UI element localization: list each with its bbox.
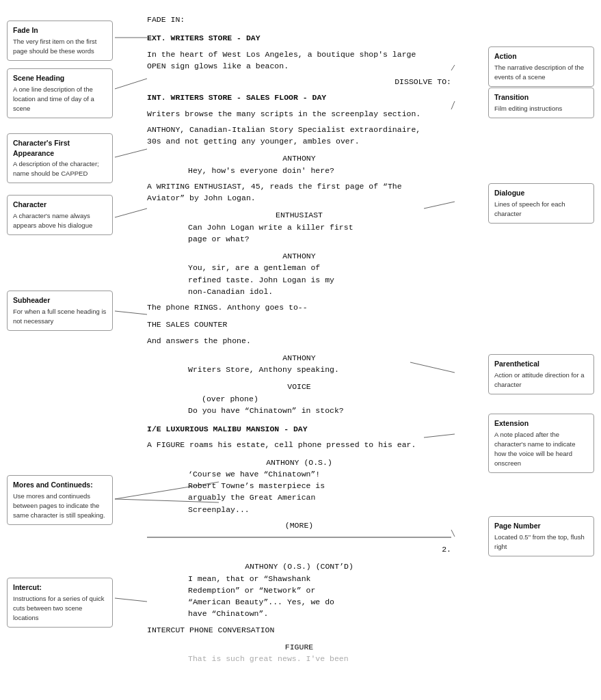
annotation-mores-title: Mores and Continueds: — [13, 480, 107, 490]
annotation-parenthetical-desc: Action or attitude direction for a chara… — [494, 371, 585, 388]
dialogue-8: That is such great news. I've been — [188, 653, 410, 664]
svg-line-4 — [451, 65, 455, 70]
annotation-subheader: Subheader For when a full scene heading … — [7, 291, 113, 331]
annotation-fade-in-title: Fade In — [13, 25, 107, 36]
annotation-dialogue: Dialogue Lines of speech for each charac… — [488, 183, 594, 224]
annotation-page-number-title: Page Number — [494, 521, 588, 531]
annotation-action: Action The narrative description of the … — [488, 46, 594, 87]
annotation-extension-title: Extension — [494, 418, 588, 429]
annotation-fade-in-desc: The very first item on the first page sh… — [13, 38, 96, 55]
annotation-transition-desc: Film editing instructions — [494, 105, 562, 112]
dialogue-2: Can John Logan write a killer firstpage … — [188, 221, 410, 245]
dialogue-1: Hey, how's everyone doin' here? — [188, 165, 410, 176]
annotation-mores-desc: Use mores and continueds between pages t… — [13, 492, 105, 519]
transition-1: DISSOLVE TO: — [147, 76, 451, 88]
action-2: Writers browse the many scripts in the s… — [147, 108, 451, 120]
page-number-2: 2. — [147, 543, 451, 555]
annotation-parenthetical-title: Parenthetical — [494, 359, 588, 369]
fade-in-text: FADE IN: — [147, 15, 185, 24]
svg-line-5 — [451, 101, 455, 109]
annotation-action-desc: The narrative description of the events … — [494, 64, 584, 81]
fade-in-line: FADE IN: — [147, 14, 451, 25]
character-anthony-3: ANTHONY — [147, 352, 451, 364]
annotation-scene-heading: Scene Heading A one line description of … — [7, 68, 113, 118]
scene-heading-1: EXT. WRITERS STORE - DAY — [147, 32, 451, 44]
screenplay: FADE IN: EXT. WRITERS STORE - DAY In the… — [147, 14, 451, 669]
annotation-intercut-title: Intercut: — [13, 582, 107, 593]
annotation-page-number: Page Number Located 0.5" from the top, f… — [488, 516, 594, 556]
character-anthony-1: ANTHONY — [147, 152, 451, 164]
dialogue-4: Writers Store, Anthony speaking. — [188, 364, 410, 375]
annotation-scene-heading-desc: A one line description of the location a… — [13, 85, 94, 112]
parenthetical-1: (over phone) — [202, 393, 397, 405]
page-break-divider — [147, 537, 451, 538]
annotation-mores: Mores and Continueds: Use mores and cont… — [7, 475, 113, 525]
action-figure-roams: A FIGURE roams his estate, cell phone pr… — [147, 439, 451, 450]
dialogue-3: You, sir, are a gentleman ofrefined tast… — [188, 262, 410, 297]
more-1: (MORE) — [147, 520, 451, 531]
svg-line-2 — [115, 149, 147, 157]
action-enthusiast-intro: A WRITING ENTHUSIAST, 45, reads the firs… — [147, 180, 451, 204]
intercut-1: INTERCUT PHONE CONVERSATION — [147, 624, 451, 636]
dialogue-7: I mean, that or “ShawshankRedemption” or… — [188, 573, 410, 620]
dialogue-6: ‘Course we have “Chinatown”!Robert Towne… — [188, 468, 410, 515]
annotation-scene-heading-title: Scene Heading — [13, 73, 107, 83]
svg-line-7 — [115, 311, 147, 314]
annotation-character: Character A character's name always appe… — [7, 195, 113, 235]
character-figure: FIGURE — [147, 641, 451, 653]
action-answers-phone: And answers the phone. — [147, 335, 451, 347]
subheader-sales-counter: THE SALES COUNTER — [147, 319, 451, 330]
annotation-character-desc: A character's name always appears above … — [13, 212, 92, 229]
dialogue-5: Do you have “Chinatown” in stock? — [188, 405, 410, 416]
svg-line-1 — [115, 79, 147, 89]
annotation-transition-title: Transition — [494, 92, 588, 103]
page-container: Fade In The very first item on the first… — [0, 0, 601, 700]
svg-line-12 — [451, 530, 455, 537]
annotation-intercut: Intercut: Instructions for a series of q… — [7, 578, 113, 628]
annotation-parenthetical: Parenthetical Action or attitude directi… — [488, 354, 594, 394]
annotation-dialogue-title: Dialogue — [494, 188, 588, 198]
scene-heading-2: INT. WRITERS STORE - SALES FLOOR - DAY — [147, 92, 451, 103]
character-anthony-os-1: ANTHONY (O.S.) — [147, 457, 451, 468]
annotation-character-first-title: Character's First Appearance — [13, 138, 107, 158]
annotation-dialogue-desc: Lines of speech for each character — [494, 200, 565, 217]
annotation-character-first: Character's First Appearance A descripti… — [7, 133, 113, 183]
svg-line-13 — [115, 598, 147, 602]
annotation-character-title: Character — [13, 200, 107, 210]
character-voice: VOICE — [147, 381, 451, 392]
svg-line-3 — [115, 208, 147, 217]
scene-heading-3: I/E LUXURIOUS MALIBU MANSION - DAY — [147, 423, 451, 435]
annotation-character-first-desc: A description of the character; name sho… — [13, 160, 99, 177]
annotation-transition: Transition Film editing instructions — [488, 88, 594, 118]
annotation-extension-desc: A note placed after the character's name… — [494, 431, 576, 467]
annotation-subheader-title: Subheader — [13, 295, 107, 306]
action-phone-rings: The phone RINGS. Anthony goes to-- — [147, 301, 451, 313]
action-1: In the heart of West Los Angeles, a bout… — [147, 49, 451, 72]
character-anthony-2: ANTHONY — [147, 250, 451, 262]
action-character-intro: ANTHONY, Canadian-Italian Story Speciali… — [147, 124, 451, 148]
annotation-action-title: Action — [494, 51, 588, 62]
annotation-extension: Extension A note placed after the charac… — [488, 414, 594, 473]
annotation-page-number-desc: Located 0.5" from the top, flush right — [494, 533, 585, 550]
annotation-fade-in: Fade In The very first item on the first… — [7, 21, 113, 61]
character-anthony-os-contd: ANTHONY (O.S.) (CONT’D) — [147, 561, 451, 572]
annotation-subheader-desc: For when a full scene heading is not nec… — [13, 308, 106, 325]
character-enthusiast: ENTHUSIAST — [147, 209, 451, 221]
annotation-intercut-desc: Instructions for a series of quick cuts … — [13, 595, 105, 621]
